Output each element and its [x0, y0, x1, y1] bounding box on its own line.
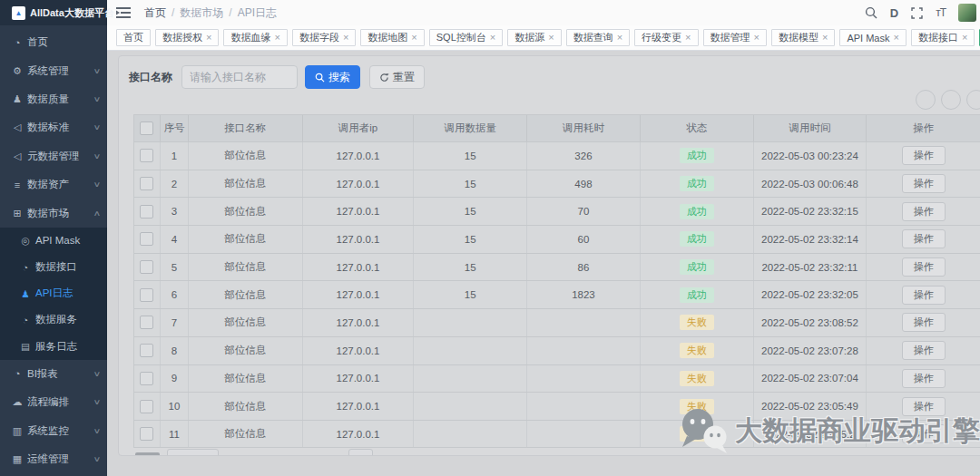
sidebar-item-api-mask[interactable]: ◎ API Mask — [0, 228, 107, 254]
row-checkbox[interactable] — [140, 372, 153, 385]
pagination-total-text — [135, 452, 160, 456]
close-icon[interactable]: × — [754, 33, 760, 43]
close-icon[interactable]: × — [548, 33, 554, 43]
toolbar-circle-button[interactable] — [941, 90, 961, 110]
cell-name: 部位信息 — [189, 393, 303, 420]
row-action-button[interactable]: 操作 — [902, 257, 946, 277]
tab-data-source[interactable]: 数据源× — [507, 29, 561, 46]
avatar[interactable] — [958, 4, 976, 22]
app-logo[interactable]: ▲ AllData大数据平台 — [0, 0, 107, 25]
close-icon[interactable]: × — [893, 33, 898, 43]
table-row: 2 部位信息 127.0.0.1 15 498 成功 2022-05-03 00… — [134, 170, 980, 199]
cell-cost: 86 — [527, 254, 641, 281]
close-icon[interactable]: × — [962, 33, 967, 43]
column-header-volume: 调用数据量 — [414, 115, 527, 141]
tab-label: 数据授权 — [162, 31, 202, 44]
close-icon[interactable]: × — [822, 33, 828, 43]
sidebar-item-system-monitor[interactable]: ▥ 系统监控 ∨ — [0, 416, 107, 444]
cell-volume: 15 — [414, 281, 527, 308]
toolbar-circle-button[interactable] — [916, 90, 936, 110]
table-row: 10 部位信息 127.0.0.1 失败 2022-05-02 23:05:49… — [134, 393, 980, 421]
row-checkbox[interactable] — [140, 400, 153, 413]
tab-api-mask[interactable]: API Mask× — [839, 29, 906, 46]
tab-data-map[interactable]: 数据地图× — [360, 29, 424, 46]
row-checkbox[interactable] — [140, 205, 153, 219]
row-checkbox[interactable] — [140, 344, 153, 357]
tab-data-model[interactable]: 数据模型× — [771, 29, 835, 46]
breadcrumb-separator: / — [229, 6, 231, 19]
row-action-button[interactable]: 操作 — [902, 146, 946, 165]
close-icon[interactable]: × — [490, 33, 495, 43]
page-size-select[interactable] — [167, 449, 219, 456]
close-icon[interactable]: × — [617, 33, 622, 43]
row-action-button[interactable]: 操作 — [902, 341, 946, 360]
cell-time: 2022-05-02 23:05:49 — [754, 393, 867, 420]
row-checkbox[interactable] — [140, 288, 153, 302]
row-action-button[interactable]: 操作 — [902, 313, 946, 332]
search-button[interactable]: 搜索 — [305, 65, 360, 89]
tab-data-mgmt[interactable]: 数据管理× — [703, 29, 767, 46]
tab-home[interactable]: 首页 — [116, 29, 151, 46]
tab-data-interface[interactable]: 数据接口× — [911, 29, 975, 46]
sidebar-item-data-interface[interactable]: ◔ 数据接口 — [0, 254, 107, 280]
tab-data-field[interactable]: 数据字段× — [292, 29, 356, 46]
table-row: 9 部位信息 127.0.0.1 失败 2022-05-02 23:07:04 … — [134, 365, 980, 393]
reset-button[interactable]: 重置 — [369, 65, 425, 89]
row-action-button[interactable]: 操作 — [902, 286, 946, 305]
tab-data-lineage[interactable]: 数据血缘× — [223, 29, 287, 46]
tab-data-auth[interactable]: 数据授权× — [155, 29, 219, 46]
sidebar-item-data-standard[interactable]: ◁ 数据标准 ∨ — [0, 113, 107, 141]
tab-data-query[interactable]: 数据查询× — [566, 29, 630, 46]
row-checkbox[interactable] — [140, 260, 153, 274]
cell-time: 2022-05-02 23:08:52 — [754, 309, 867, 336]
cell-name: 部位信息 — [189, 170, 303, 198]
row-checkbox[interactable] — [140, 177, 153, 190]
sidebar-item-label: 运维管理 — [27, 452, 94, 466]
font-size-icon[interactable]: тT — [936, 6, 946, 19]
hamburger-icon[interactable] — [116, 6, 132, 19]
row-checkbox[interactable] — [140, 149, 153, 162]
cell-cost — [527, 393, 641, 420]
tag-tabs-bar: 首页 数据授权× 数据血缘× 数据字段× 数据地图× SQL控制台× 数据源× … — [107, 25, 980, 51]
sidebar-item-api-log[interactable]: ♟ API日志 — [0, 280, 107, 306]
data-market-submenu: ◎ API Mask ◔ 数据接口 ♟ API日志 ◔ 数据服务 ▤ 服务日志 — [0, 228, 107, 360]
fullscreen-icon[interactable] — [911, 7, 923, 19]
close-icon[interactable]: × — [685, 33, 691, 43]
sidebar-item-service-log[interactable]: ▤ 服务日志 — [0, 333, 107, 359]
row-action-button[interactable]: 操作 — [902, 174, 946, 193]
row-checkbox[interactable] — [140, 316, 153, 329]
cell-name: 部位信息 — [189, 198, 303, 225]
breadcrumb-home[interactable]: 首页 — [144, 5, 166, 21]
sidebar-item-home[interactable]: ◔ 首页 — [0, 28, 107, 56]
select-all-checkbox[interactable] — [140, 121, 153, 135]
search-input[interactable] — [181, 65, 298, 89]
row-action-button[interactable]: 操作 — [902, 369, 946, 388]
sidebar-item-data-market[interactable]: ⊞ 数据市场 ∧ — [0, 199, 107, 227]
close-icon[interactable]: × — [274, 33, 279, 43]
row-action-button[interactable]: 操作 — [902, 229, 946, 248]
close-icon[interactable]: × — [343, 33, 348, 43]
row-checkbox[interactable] — [140, 232, 153, 246]
toolbar-circle-button[interactable] — [966, 90, 980, 110]
cell-cost — [527, 309, 641, 336]
sidebar-item-data-quality[interactable]: ♟ 数据质量 ∨ — [0, 85, 107, 113]
tab-row-change[interactable]: 行级变更× — [634, 29, 698, 46]
tab-sql-console[interactable]: SQL控制台× — [429, 29, 503, 46]
pagination-control[interactable] — [348, 449, 373, 456]
sidebar-item-bi-report[interactable]: ◔ BI报表 ∨ — [0, 360, 107, 388]
cell-ip: 127.0.0.1 — [303, 170, 415, 198]
row-action-button[interactable]: 操作 — [902, 424, 946, 443]
sidebar-item-data-service[interactable]: ◔ 数据服务 — [0, 306, 107, 333]
sidebar-item-data-assets[interactable]: ≡ 数据资产 ∨ — [0, 170, 107, 199]
sidebar-item-process-orchestration[interactable]: ☁ 流程编排 ∨ — [0, 388, 107, 416]
row-action-button[interactable]: 操作 — [902, 397, 946, 416]
sidebar-item-metadata-mgmt[interactable]: ◁ 元数据管理 ∨ — [0, 142, 107, 170]
close-icon[interactable]: × — [411, 33, 416, 43]
sidebar-item-system-mgmt[interactable]: ⚙ 系统管理 ∨ — [0, 56, 107, 84]
docs-icon[interactable]: D — [890, 6, 898, 20]
search-icon[interactable] — [865, 6, 877, 19]
sidebar-item-ops-mgmt[interactable]: ▦ 运维管理 ∨ — [0, 445, 107, 473]
close-icon[interactable]: × — [206, 33, 211, 43]
row-checkbox[interactable] — [140, 427, 153, 441]
row-action-button[interactable]: 操作 — [902, 202, 946, 221]
